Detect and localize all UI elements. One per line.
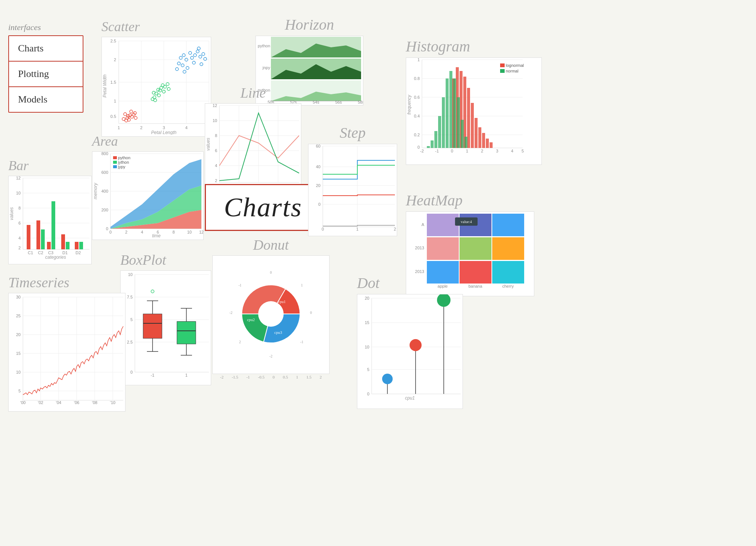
svg-text:values: values (206, 138, 211, 151)
svg-text:0: 0 (318, 202, 321, 207)
line-svg: 12 10 8 6 4 2 0 1 2 3 4 x values (205, 104, 301, 192)
svg-point-250 (258, 301, 284, 327)
svg-text:2: 2 (125, 230, 127, 234)
svg-text:0: 0 (130, 370, 133, 374)
svg-text:2: 2 (215, 178, 217, 183)
boxplot-title: BoxPlot (120, 252, 211, 268)
svg-text:10: 10 (16, 370, 21, 374)
svg-text:40: 40 (316, 164, 321, 169)
donut-x-label-8: 1.5 (306, 375, 311, 379)
svg-text:8: 8 (172, 230, 175, 234)
svg-point-23 (127, 115, 130, 118)
svg-text:1: 1 (301, 283, 303, 287)
svg-rect-205 (478, 127, 481, 148)
svg-text:'00: '00 (20, 400, 26, 405)
svg-rect-262 (427, 214, 459, 236)
svg-text:1: 1 (118, 125, 120, 130)
svg-text:cpu1: cpu1 (405, 395, 415, 401)
timeseries-svg: 30 25 20 15 10 5 '00 '02 '04 '06 '08 '10 (9, 293, 125, 410)
svg-text:1: 1 (356, 227, 358, 231)
svg-rect-93 (113, 165, 117, 168)
svg-point-32 (130, 110, 133, 113)
sidebar-item-charts[interactable]: Charts (9, 36, 83, 62)
svg-text:200: 200 (101, 208, 108, 212)
svg-point-38 (159, 89, 162, 92)
svg-text:3: 3 (496, 149, 498, 153)
bar-svg: 12 10 8 6 4 2 C1 C2 C3 D1 D2 categories … (9, 176, 91, 262)
svg-text:54s: 54s (313, 100, 319, 104)
svg-text:0: 0 (322, 227, 324, 231)
svg-rect-219 (464, 137, 467, 148)
svg-point-59 (202, 53, 205, 56)
svg-text:python: python (118, 155, 130, 160)
svg-text:0: 0 (417, 145, 420, 149)
svg-text:banana: banana (469, 284, 483, 288)
svg-rect-222 (500, 69, 505, 73)
svg-text:normal: normal (506, 69, 519, 73)
svg-text:12: 12 (199, 230, 203, 234)
svg-rect-214 (446, 78, 449, 148)
step-chart: Step 60 40 20 0 0 1 2 (308, 124, 397, 236)
donut-x-label-1: -2 (220, 375, 224, 379)
svg-text:2: 2 (481, 149, 483, 153)
svg-text:1: 1 (417, 58, 420, 62)
svg-point-45 (167, 87, 170, 90)
svg-point-249 (151, 290, 154, 293)
svg-text:2.5: 2.5 (110, 39, 116, 43)
svg-text:-2: -2 (269, 354, 272, 358)
svg-text:cpu3: cpu3 (274, 330, 282, 335)
svg-text:frequency: frequency (407, 95, 412, 115)
donut-x-label-7: 1 (296, 375, 298, 379)
scatter-chart: Scatter 2.5 2 1.5 1 0 (101, 19, 211, 137)
svg-text:2: 2 (394, 227, 396, 231)
svg-text:2: 2 (114, 57, 116, 62)
area-svg: 800 600 400 200 0 0 2 4 6 8 10 12 time m… (92, 152, 203, 238)
svg-rect-209 (427, 146, 430, 148)
svg-text:memory: memory (93, 183, 98, 199)
svg-text:-2: -2 (420, 149, 424, 153)
svg-text:5: 5 (130, 317, 133, 322)
svg-text:10: 10 (128, 272, 133, 277)
svg-rect-268 (460, 237, 491, 260)
svg-text:2: 2 (140, 125, 142, 130)
svg-rect-123 (79, 242, 83, 249)
svg-rect-244 (177, 321, 196, 344)
svg-rect-218 (461, 120, 464, 148)
svg-text:0: 0 (109, 230, 112, 234)
heatmap-title: HeatMap (406, 192, 534, 209)
central-charts-label: Charts (205, 184, 321, 231)
svg-text:6: 6 (18, 221, 21, 225)
area-title: Area (92, 133, 204, 149)
svg-point-63 (175, 68, 178, 71)
donut-chart: Donut cpu1 cpu2 cpu3 0 0 (212, 237, 330, 379)
svg-point-65 (200, 63, 203, 66)
svg-text:20: 20 (316, 183, 321, 188)
svg-rect-119 (51, 201, 55, 249)
svg-text:values: values (9, 207, 14, 220)
sidebar: interfaces Charts Plotting Models (8, 23, 83, 113)
svg-text:30: 30 (16, 295, 21, 299)
svg-point-57 (199, 55, 202, 58)
svg-rect-272 (492, 261, 524, 284)
svg-point-30 (134, 116, 137, 119)
svg-rect-115 (27, 225, 30, 249)
sidebar-item-plotting[interactable]: Plotting (9, 62, 83, 87)
svg-text:cpu1: cpu1 (278, 300, 286, 304)
svg-rect-91 (113, 161, 117, 164)
svg-text:2: 2 (18, 246, 21, 250)
svg-text:cherry: cherry (502, 284, 514, 288)
svg-text:-1: -1 (239, 283, 242, 287)
svg-rect-120 (61, 234, 65, 249)
sidebar-item-models[interactable]: Models (9, 87, 83, 112)
svg-text:3: 3 (163, 125, 165, 130)
timeseries-svg-wrap: 30 25 20 15 10 5 '00 '02 '04 '06 '08 '10 (8, 293, 125, 412)
svg-text:1: 1 (466, 149, 468, 153)
svg-text:10: 10 (16, 191, 21, 195)
svg-text:8: 8 (18, 206, 21, 210)
svg-text:20: 20 (16, 332, 21, 337)
svg-rect-217 (457, 97, 460, 148)
donut-x-label-3: -1 (246, 375, 250, 379)
horizon-title: Horizon (256, 16, 363, 33)
svg-text:cpu2: cpu2 (247, 318, 255, 322)
svg-rect-208 (490, 142, 493, 148)
